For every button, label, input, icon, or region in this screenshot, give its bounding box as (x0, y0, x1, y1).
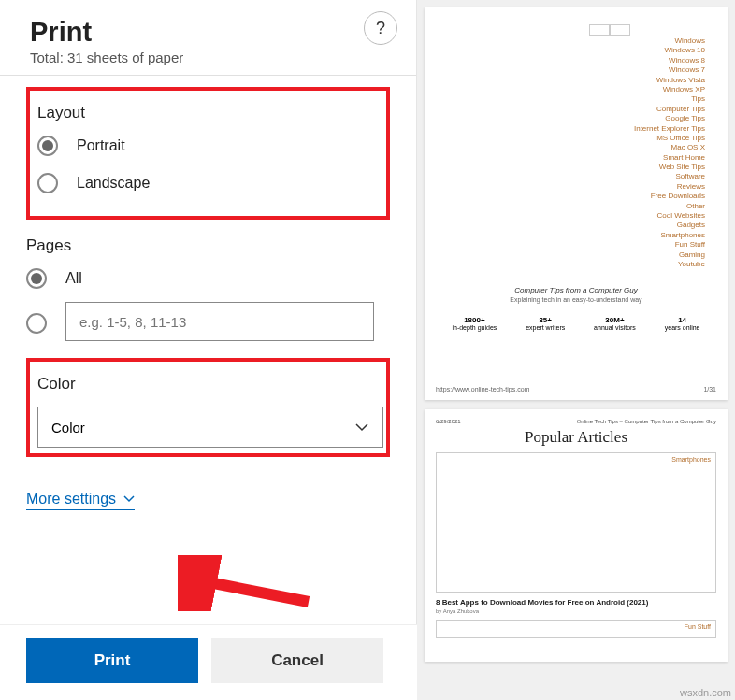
radio-icon (37, 136, 58, 156)
preview-nav-link: Other (438, 202, 705, 211)
preview-nav-link: Mac OS X (438, 143, 705, 152)
preview-stats-row: 1800+in-depth guides35+expert writers30M… (438, 316, 714, 331)
pages-range-input[interactable] (65, 302, 374, 341)
preview-nav-link: Youtube (438, 260, 705, 269)
dialog-footer: Print Cancel (0, 624, 417, 700)
print-preview-panel: WindowsWindows 10Windows 8Windows 7Windo… (417, 0, 735, 700)
preview-page-1: WindowsWindows 10Windows 8Windows 7Windo… (425, 7, 728, 400)
layout-portrait-label: Portrait (77, 137, 125, 154)
sheet-count-label: Total: 31 sheets of paper (30, 50, 386, 65)
preview-article-box: Smartphones (436, 452, 716, 593)
preview-nav-link: Smart Home (438, 153, 705, 163)
preview-page2-header: 6/29/2021 Online Tech Tips – Computer Ti… (436, 419, 716, 424)
pages-custom-radio[interactable] (26, 306, 390, 341)
pages-all-radio[interactable]: All (26, 268, 390, 289)
preview-nav-link: Free Downloads (438, 192, 705, 201)
preview-stat: 35+expert writers (526, 316, 565, 331)
preview-date: 6/29/2021 (436, 419, 461, 424)
preview-nav-link: Gadgets (438, 221, 705, 230)
preview-article-box-2: Fun Stuff (436, 620, 716, 638)
preview-nav-link: Google Tips (438, 114, 705, 123)
more-settings-link[interactable]: More settings (26, 491, 135, 510)
print-dialog-panel: Print Total: 31 sheets of paper ? Layout… (0, 0, 417, 700)
watermark-text: wsxdn.com (680, 687, 731, 698)
preview-nav-link: Smartphones (438, 231, 705, 240)
preview-article-author: by Anya Zhukova (436, 608, 716, 614)
pages-section-label: Pages (26, 236, 390, 255)
preview-article-tag-2: Fun Stuff (685, 623, 711, 630)
preview-nav-link: Tips (438, 94, 705, 104)
print-options-scroll[interactable]: Layout Portrait Landscape Pages All Colo… (0, 76, 416, 599)
pages-section: Pages All (26, 236, 390, 341)
preview-page-url: https://www.online-tech-tips.com (436, 386, 529, 393)
more-settings-label: More settings (26, 491, 116, 507)
preview-nav-link: Fun Stuff (438, 240, 705, 250)
preview-nav-link: Reviews (438, 182, 705, 192)
dialog-header: Print Total: 31 sheets of paper ? (0, 0, 416, 76)
cancel-button[interactable]: Cancel (211, 638, 383, 683)
preview-stat: 1800+in-depth guides (452, 316, 497, 331)
color-section-highlight: Color Color (26, 358, 390, 457)
preview-tagline: Computer Tips from a Computer Guy (438, 286, 714, 294)
preview-nav-link: Windows Vista (438, 76, 705, 85)
preview-article-tag: Smartphones (671, 456, 711, 463)
preview-nav-link: Cool Websites (438, 211, 705, 221)
preview-nav-links: WindowsWindows 10Windows 8Windows 7Windo… (438, 36, 714, 269)
preview-nav-link: Windows 7 (438, 65, 705, 75)
preview-nav-link: Internet Explorer Tips (438, 124, 705, 134)
layout-section-highlight: Layout Portrait Landscape (26, 87, 390, 220)
preview-stat: 30M+annual visitors (594, 316, 636, 331)
chevron-down-icon (123, 493, 135, 505)
preview-page-number: 1/31 (703, 386, 716, 393)
preview-nav-link: Computer Tips (438, 105, 705, 114)
preview-page-2: 6/29/2021 Online Tech Tips – Computer Ti… (425, 409, 728, 662)
radio-icon (26, 268, 47, 289)
radio-icon (26, 313, 47, 334)
preview-img-placeholder (438, 24, 714, 36)
pages-all-label: All (65, 270, 82, 287)
preview-nav-link: Gaming (438, 250, 705, 260)
print-button[interactable]: Print (26, 638, 198, 683)
color-dropdown[interactable]: Color (37, 407, 383, 448)
layout-portrait-radio[interactable]: Portrait (37, 136, 382, 156)
preview-popular-title: Popular Articles (436, 428, 716, 447)
help-button[interactable]: ? (364, 11, 397, 45)
layout-landscape-radio[interactable]: Landscape (37, 173, 382, 193)
preview-nav-link: Windows XP (438, 85, 705, 94)
layout-section-label: Layout (37, 104, 382, 122)
preview-nav-link: Windows 10 (438, 46, 705, 55)
preview-nav-link: MS Office Tips (438, 134, 705, 143)
preview-article-title: 8 Best Apps to Download Movies for Free … (436, 598, 716, 607)
preview-nav-link: Windows (438, 36, 705, 46)
preview-hdr-right: Online Tech Tips – Computer Tips from a … (577, 419, 716, 424)
dialog-title: Print (30, 17, 386, 48)
layout-landscape-label: Landscape (77, 175, 150, 192)
chevron-down-icon (354, 420, 369, 435)
preview-subtag: Explaining tech in an easy-to-understand… (438, 296, 714, 303)
preview-stat: 14years online (665, 316, 700, 331)
preview-nav-link: Windows 8 (438, 56, 705, 65)
radio-icon (37, 173, 58, 193)
preview-nav-link: Software (438, 172, 705, 181)
color-selected-label: Color (51, 420, 85, 436)
preview-nav-link: Web Site Tips (438, 163, 705, 172)
color-section-label: Color (37, 375, 382, 393)
